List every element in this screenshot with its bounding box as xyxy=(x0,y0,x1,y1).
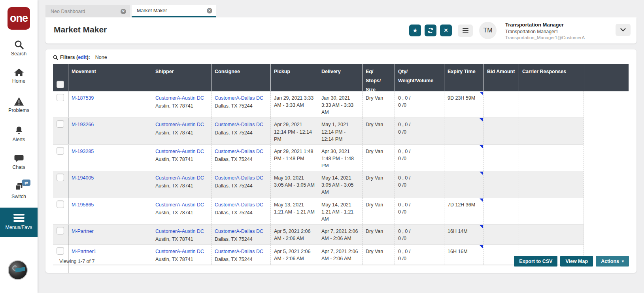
switch-badge-icon[interactable]: ⇄ xyxy=(22,180,30,186)
movement-link[interactable]: M-187539 xyxy=(72,95,94,101)
sidebar-item-label: Switch xyxy=(11,194,26,199)
delivery-cell: May 14, 2021 1:21 AM - 1:21 AM xyxy=(318,198,362,224)
consignee-link[interactable]: CustomerA-Dallas DC xyxy=(215,249,263,254)
movement-cell: M-195865 xyxy=(68,198,152,224)
shipper-link[interactable]: CustomerA-Austin DC xyxy=(155,95,204,101)
table-row: M-193266CustomerA-Austin DCAustin, TX 78… xyxy=(53,118,584,144)
note-flag-icon[interactable] xyxy=(480,172,483,175)
consignee-link[interactable]: CustomerA-Dallas DC xyxy=(215,95,263,101)
bid-amount-cell xyxy=(483,145,519,171)
shipper-link[interactable]: CustomerA-Austin DC xyxy=(155,249,204,254)
movement-link[interactable]: M-Partner1 xyxy=(72,249,96,254)
row-select-checkbox[interactable] xyxy=(57,200,64,208)
movement-link[interactable]: M-Partner xyxy=(72,229,94,234)
qty-cell: 0 , 0 /0 /0 xyxy=(395,145,444,171)
row-checkbox-cell xyxy=(53,198,68,224)
movement-link[interactable]: M-193266 xyxy=(72,122,94,127)
tab-market-maker[interactable]: Market Maker × xyxy=(132,5,216,17)
consignee-link[interactable]: CustomerA-Dallas DC xyxy=(215,149,263,154)
sidebar-item-menus-favs[interactable]: Menus/Favs xyxy=(0,208,38,237)
view-map-button[interactable]: View Map xyxy=(560,256,593,267)
shipper-link[interactable]: CustomerA-Austin DC xyxy=(155,202,204,208)
row-checkbox-cell xyxy=(53,145,68,171)
qty-line: 0 /0 xyxy=(398,102,441,109)
movement-link[interactable]: M-193285 xyxy=(72,149,94,154)
tab-close-icon[interactable]: × xyxy=(207,8,212,13)
qty-cell: 0 , 0 /0 /0 xyxy=(395,198,444,224)
delivery-cell: Jan 30, 2021 3:33 AM - 3:33 AM xyxy=(318,91,362,117)
pickup-cell: Jan 29, 2021 3:33 AM - 3:33 AM xyxy=(270,91,318,117)
consignee-cell: CustomerA-Dallas DCDallas, TX 75244 xyxy=(211,225,270,244)
bid-amount-cell xyxy=(483,118,519,144)
expiry-cell xyxy=(444,118,483,144)
movement-link[interactable]: M-195865 xyxy=(72,202,94,208)
shipper-cell: CustomerA-Austin DCAustin, TX 78741 xyxy=(152,145,211,171)
sidebar-item-problems[interactable]: Problems xyxy=(0,97,38,113)
qty-cell: 0 , 0 /0 /0 xyxy=(395,118,444,144)
user-avatar[interactable]: TM xyxy=(479,22,497,39)
consignee-location: Dallas, TX 75244 xyxy=(215,102,267,110)
sidebar-item-home[interactable]: Home xyxy=(0,68,38,84)
row-select-checkbox[interactable] xyxy=(57,147,64,155)
frozen-column-divider xyxy=(68,236,68,273)
sidebar-item-switch[interactable]: ⇄ Switch xyxy=(0,182,38,199)
col-qty-weight-volume: Qty/Weight/Volume xyxy=(395,64,444,91)
pickup-cell: May 10, 2021 3:05 AM - 3:05 AM xyxy=(270,171,318,197)
shipper-link[interactable]: CustomerA-Austin DC xyxy=(155,229,204,234)
shipper-location: Austin, TX 78741 xyxy=(155,156,208,163)
shipper-link[interactable]: CustomerA-Austin DC xyxy=(155,122,204,127)
refresh-button[interactable] xyxy=(425,25,436,36)
row-select-checkbox[interactable] xyxy=(57,247,64,255)
note-flag-icon[interactable] xyxy=(480,225,483,229)
consignee-link[interactable]: CustomerA-Dallas DC xyxy=(215,175,263,181)
row-checkbox-cell xyxy=(53,91,68,117)
filters-edit-link[interactable]: edit xyxy=(78,55,87,60)
movement-link[interactable]: M-194005 xyxy=(72,175,94,181)
sidebar-item-search[interactable]: Search xyxy=(0,40,38,57)
sidebar-item-alerts[interactable]: Alerts xyxy=(0,126,38,142)
pickup-cell: May 13, 2021 1:21 AM - 1:21 AM xyxy=(270,198,318,224)
movement-cell: M-193285 xyxy=(68,145,152,171)
note-flag-icon[interactable] xyxy=(480,198,483,202)
row-select-checkbox[interactable] xyxy=(57,120,64,128)
export-to-csv-button[interactable]: Export to CSV xyxy=(514,256,557,267)
note-flag-icon[interactable] xyxy=(480,245,483,249)
consignee-cell: CustomerA-Dallas DCDallas, TX 75244 xyxy=(211,171,270,197)
bid-amount-cell xyxy=(483,171,519,197)
actions-button[interactable]: Actions ▾ xyxy=(596,256,629,267)
row-select-checkbox[interactable] xyxy=(57,174,64,181)
row-select-checkbox[interactable] xyxy=(57,227,64,234)
favorite-button[interactable]: ★ xyxy=(409,25,421,36)
consignee-link[interactable]: CustomerA-Dallas DC xyxy=(215,229,263,234)
select-all-checkbox[interactable] xyxy=(57,81,64,88)
consignee-link[interactable]: CustomerA-Dallas DC xyxy=(215,122,263,127)
user-email: Transportation_Manager1@CustomerA xyxy=(505,35,585,41)
user-menu-button[interactable] xyxy=(616,24,631,36)
sidebar-item-label: Chats xyxy=(12,164,25,170)
bell-icon xyxy=(14,126,24,136)
row-select-checkbox[interactable] xyxy=(57,94,64,101)
consignee-location: Dallas, TX 75244 xyxy=(215,182,267,189)
global-menu-button[interactable] xyxy=(458,25,473,37)
col-delivery: Delivery xyxy=(318,64,362,91)
note-flag-icon[interactable] xyxy=(480,118,483,122)
consignee-link[interactable]: CustomerA-Dallas DC xyxy=(215,202,263,208)
col-filler xyxy=(584,64,629,91)
shipper-link[interactable]: CustomerA-Austin DC xyxy=(155,175,204,181)
note-flag-icon[interactable] xyxy=(480,92,483,95)
sidebar-item-chats[interactable]: Chats xyxy=(0,154,38,170)
sidebar: one Search Home Problems Alerts Cha xyxy=(0,0,38,293)
close-icon: × xyxy=(444,26,448,34)
tab-label: Market Maker xyxy=(137,8,167,13)
tab-neo-dashboard[interactable]: Neo Dashboard × xyxy=(45,5,130,17)
close-screen-button[interactable]: × xyxy=(440,25,452,36)
tab-close-icon[interactable]: × xyxy=(121,9,126,14)
warning-icon xyxy=(14,97,24,106)
row-checkbox-cell xyxy=(53,171,68,197)
expiry-cell xyxy=(444,171,483,197)
shipper-link[interactable]: CustomerA-Austin DC xyxy=(155,149,204,154)
note-flag-icon[interactable] xyxy=(480,145,483,149)
one-assistant-avatar[interactable] xyxy=(8,260,28,280)
carrier-responses-cell xyxy=(519,145,584,171)
equipment-cell: Dry Van xyxy=(362,225,395,244)
